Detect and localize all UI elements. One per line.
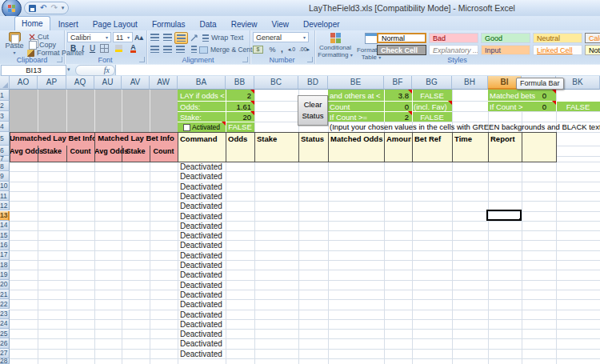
undo-icon[interactable]: ↶ xyxy=(40,4,46,12)
style-check-cell[interactable]: Check Cell xyxy=(377,45,426,55)
col-header-AP[interactable]: AP xyxy=(38,76,66,90)
cell-command-row[interactable]: Deactivated xyxy=(180,162,225,172)
row-header-14[interactable]: 14 xyxy=(0,221,10,230)
row-header-20[interactable]: 20 xyxy=(0,280,10,290)
cell-be2-label[interactable]: Count xyxy=(330,102,386,111)
insert-function-button[interactable]: fx xyxy=(75,65,115,76)
row-header-19[interactable]: 19 xyxy=(0,270,10,279)
col-header-BH[interactable]: BH xyxy=(452,76,488,90)
cell-command-row[interactable]: Deactivated xyxy=(180,350,225,359)
orientation-icon[interactable] xyxy=(188,32,200,42)
cell-bk2-value[interactable]: FALSE xyxy=(556,102,600,111)
formula-input[interactable] xyxy=(115,65,600,75)
conditional-formatting-button[interactable]: Conditional Formatting ▾ xyxy=(318,31,353,58)
middle-align-icon[interactable] xyxy=(162,32,174,42)
style-bad[interactable]: Bad xyxy=(429,33,478,43)
font-family-select[interactable]: Calibri▾ xyxy=(67,32,111,42)
row-header-27[interactable]: 27 xyxy=(0,349,10,358)
borders-button[interactable] xyxy=(99,43,110,54)
col-header-BC[interactable]: BC xyxy=(254,76,298,90)
row-header-3[interactable]: 3 xyxy=(0,111,10,122)
col-header-BF[interactable]: BF xyxy=(384,76,412,90)
cell-bf1-value[interactable]: 3.8 xyxy=(384,91,409,100)
copy-button[interactable]: Copy xyxy=(29,41,56,49)
row-header-6[interactable]: 6 xyxy=(0,146,10,156)
cell-bg1-value[interactable]: FALSE xyxy=(412,91,452,100)
row-header-25[interactable]: 25 xyxy=(0,329,10,338)
align-right-icon[interactable] xyxy=(174,44,186,54)
row-header-5[interactable]: 5 xyxy=(0,132,10,146)
cell-command-row[interactable]: Deactivated xyxy=(180,182,225,192)
style-calculation[interactable]: Calculation xyxy=(585,33,600,43)
cell-command-row[interactable]: Deactivated xyxy=(180,300,225,310)
cell-bf3-value[interactable]: 2 xyxy=(384,113,409,122)
cell-bg2-value[interactable]: (incl. Fav) xyxy=(414,102,452,111)
top-align-icon[interactable] xyxy=(149,32,161,42)
col-header-AQ[interactable]: AQ xyxy=(66,76,94,90)
cell-command-row[interactable]: Deactivated xyxy=(180,251,225,261)
fill-handle[interactable] xyxy=(519,218,522,221)
row-header-23[interactable]: 23 xyxy=(0,310,10,319)
row-header-1[interactable]: 1 xyxy=(0,90,10,101)
row-header-15[interactable]: 15 xyxy=(0,230,10,240)
style-neutral[interactable]: Neutral xyxy=(533,33,582,43)
style-linked-cell[interactable]: Linked Cell xyxy=(533,45,582,55)
cell-command-row[interactable]: Deactivated xyxy=(180,261,225,270)
active-cell-bi13[interactable] xyxy=(486,210,522,221)
cell-bb3-value[interactable]: 20 xyxy=(226,113,251,122)
decrease-decimal-icon[interactable]: .00▸ xyxy=(299,44,310,54)
row-header-11[interactable]: 11 xyxy=(0,191,10,201)
clipboard-dialog-launcher-icon[interactable] xyxy=(57,57,62,62)
row-header-8[interactable]: 8 xyxy=(0,162,10,171)
decrease-indent-icon[interactable] xyxy=(188,44,200,54)
cell-command-row[interactable]: Deactivated xyxy=(180,330,225,339)
select-all-corner[interactable] xyxy=(0,76,10,90)
cell-command-row[interactable]: Deactivated xyxy=(180,172,225,182)
activated-checkbox-cell[interactable]: Activated xyxy=(178,122,226,132)
col-header-BE[interactable]: BE xyxy=(328,76,384,90)
cell-command-row[interactable]: Deactivated xyxy=(180,339,225,349)
name-box[interactable]: BI13 xyxy=(1,65,66,76)
redo-icon[interactable]: ↷ xyxy=(50,4,57,12)
row-header-22[interactable]: 22 xyxy=(0,299,10,309)
cell-bb1-value[interactable]: 2 xyxy=(226,91,251,100)
row-header-2[interactable]: 2 xyxy=(0,101,10,111)
increase-decimal-icon[interactable]: ◂.0 xyxy=(286,44,297,54)
save-icon[interactable] xyxy=(29,5,36,12)
cell-command-row[interactable]: Deactivated xyxy=(180,290,225,300)
wrap-text-button[interactable]: Wrap Text xyxy=(202,34,243,42)
row-header-10[interactable]: 10 xyxy=(0,182,10,191)
col-header-BG[interactable]: BG xyxy=(412,76,452,90)
tab-data[interactable]: Data xyxy=(194,18,223,30)
name-box-dropdown-icon[interactable]: ▾ xyxy=(67,66,70,73)
underline-button[interactable]: U xyxy=(87,43,98,54)
col-header-BB[interactable]: BB xyxy=(226,76,254,90)
cell-command-row[interactable]: Deactivated xyxy=(180,222,225,231)
row-header-7[interactable]: 7 xyxy=(0,156,10,162)
cell-bj1-value[interactable]: 0 xyxy=(522,91,546,100)
font-size-select[interactable]: 11▾ xyxy=(113,32,133,42)
cell-command-row[interactable]: Deactivated xyxy=(180,270,225,280)
col-header-AO[interactable]: AO xyxy=(10,76,38,90)
align-center-icon[interactable] xyxy=(162,44,174,54)
row-header-28[interactable]: 28 xyxy=(0,358,10,364)
align-left-icon[interactable] xyxy=(149,44,161,54)
clear-status-button[interactable]: Clear Status xyxy=(298,95,328,126)
grow-font-button[interactable]: A▴ xyxy=(134,32,144,42)
cell-command-row[interactable]: Deactivated xyxy=(180,192,225,202)
cell-bf2-value[interactable]: 0 xyxy=(384,102,409,111)
cell-command-row[interactable]: Deactivated xyxy=(180,241,225,250)
bottom-align-icon[interactable] xyxy=(174,32,188,44)
row-header-21[interactable]: 21 xyxy=(0,290,10,299)
col-header-BA[interactable]: BA xyxy=(178,76,226,90)
row-header-17[interactable]: 17 xyxy=(0,250,10,260)
row-header-9[interactable]: 9 xyxy=(0,171,10,181)
number-dialog-launcher-icon[interactable] xyxy=(307,57,313,62)
row-header-13[interactable]: 13 xyxy=(0,211,10,221)
row-header-24[interactable]: 24 xyxy=(0,319,10,329)
cell-command-row[interactable]: Deactivated xyxy=(180,320,225,330)
cut-button[interactable]: Cut xyxy=(29,33,49,41)
cell-command-row[interactable]: Deactivated xyxy=(180,202,225,211)
tab-formulas[interactable]: Formulas xyxy=(146,18,192,30)
font-color-button[interactable]: A xyxy=(128,43,138,54)
